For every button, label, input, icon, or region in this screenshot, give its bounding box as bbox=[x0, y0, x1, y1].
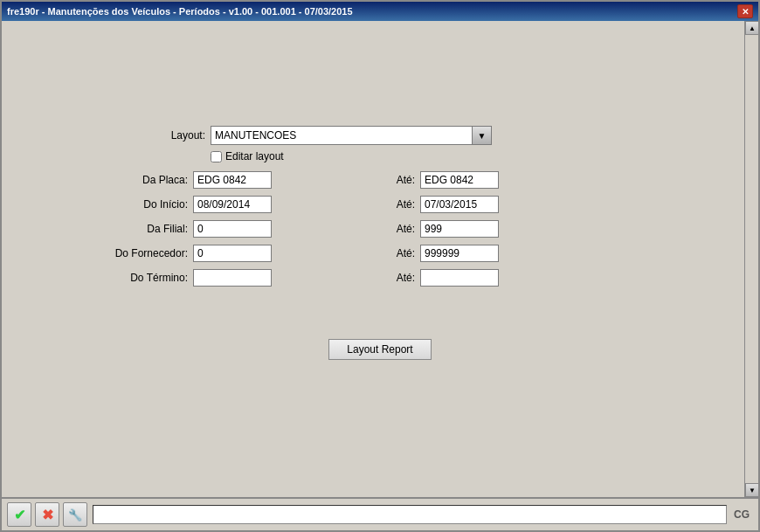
ate-placa-input[interactable] bbox=[420, 171, 499, 189]
do-termino-input[interactable] bbox=[193, 269, 272, 287]
title-bar-controls: ✕ bbox=[737, 4, 753, 18]
ate-termino-input[interactable] bbox=[420, 269, 499, 287]
da-filial-input[interactable] bbox=[193, 220, 272, 238]
da-placa-label: Da Placa: bbox=[109, 174, 188, 186]
layout-select-wrapper: ▼ bbox=[211, 126, 492, 145]
ate-filial-label: Até: bbox=[389, 223, 415, 235]
cg-label: CG bbox=[734, 508, 750, 521]
wrench-icon: 🔧 bbox=[68, 508, 82, 522]
ate-fornecedor-pair: Até: bbox=[389, 245, 651, 262]
bottom-toolbar: ✔ ✖ 🔧 CG bbox=[2, 497, 758, 530]
edit-layout-checkbox[interactable] bbox=[211, 151, 222, 162]
do-fornecedor-label: Do Fornecedor: bbox=[109, 247, 188, 259]
ate-filial-pair: Até: bbox=[389, 220, 651, 238]
ate-inicio-pair: Até: bbox=[389, 196, 651, 213]
x-icon: ✖ bbox=[42, 507, 53, 523]
button-area: Layout Report bbox=[109, 287, 651, 360]
status-bar-input[interactable] bbox=[93, 505, 727, 524]
scroll-track bbox=[745, 35, 758, 483]
ate-fornecedor-input[interactable] bbox=[420, 245, 499, 262]
da-placa-input[interactable] bbox=[193, 171, 272, 189]
layout-row: Layout: ▼ bbox=[109, 126, 651, 145]
do-fornecedor-pair: Do Fornecedor: bbox=[109, 245, 371, 262]
edit-layout-row: Editar layout bbox=[211, 150, 651, 162]
da-filial-pair: Da Filial: bbox=[109, 220, 371, 238]
ate-inicio-input[interactable] bbox=[420, 196, 499, 213]
ate-termino-label: Até: bbox=[389, 272, 415, 284]
do-inicio-label: Do Início: bbox=[109, 198, 188, 211]
edit-layout-label: Editar layout bbox=[225, 150, 284, 162]
ate-termino-pair: Até: bbox=[389, 269, 651, 287]
close-button[interactable]: ✕ bbox=[737, 4, 753, 18]
content-area: ▲ ▼ Layout: ▼ Editar layout bbox=[2, 21, 758, 497]
check-icon: ✔ bbox=[14, 507, 25, 523]
layout-report-button[interactable]: Layout Report bbox=[328, 339, 431, 360]
ate-placa-pair: Até: bbox=[389, 171, 651, 189]
do-inicio-pair: Do Início: bbox=[109, 196, 371, 213]
do-inicio-input[interactable] bbox=[193, 196, 272, 213]
da-placa-pair: Da Placa: bbox=[109, 171, 371, 189]
layout-dropdown-button[interactable]: ▼ bbox=[473, 126, 492, 145]
fields-grid: Da Placa: Até: Do Início: Até: bbox=[109, 171, 651, 287]
scroll-down-btn[interactable]: ▼ bbox=[745, 483, 759, 497]
vertical-scrollbar[interactable]: ▲ ▼ bbox=[744, 21, 758, 497]
main-window: fre190r - Manutenções dos Veículos - Per… bbox=[0, 0, 760, 532]
title-bar: fre190r - Manutenções dos Veículos - Per… bbox=[2, 2, 758, 21]
cancel-button[interactable]: ✖ bbox=[35, 502, 59, 527]
ate-filial-input[interactable] bbox=[420, 220, 499, 238]
settings-button[interactable]: 🔧 bbox=[63, 502, 87, 527]
scroll-up-btn[interactable]: ▲ bbox=[745, 21, 759, 35]
layout-input[interactable] bbox=[211, 126, 473, 145]
do-termino-label: Do Término: bbox=[109, 272, 188, 284]
window-title: fre190r - Manutenções dos Veículos - Per… bbox=[7, 6, 353, 17]
do-termino-pair: Do Término: bbox=[109, 269, 371, 287]
ate-placa-label: Até: bbox=[389, 174, 415, 186]
ate-fornecedor-label: Até: bbox=[389, 247, 415, 259]
form-container: Layout: ▼ Editar layout Da Placa: bbox=[109, 126, 651, 360]
da-filial-label: Da Filial: bbox=[109, 223, 188, 235]
do-fornecedor-input[interactable] bbox=[193, 245, 272, 262]
ate-inicio-label: Até: bbox=[389, 198, 415, 211]
layout-label: Layout: bbox=[109, 129, 205, 142]
confirm-button[interactable]: ✔ bbox=[7, 502, 31, 527]
